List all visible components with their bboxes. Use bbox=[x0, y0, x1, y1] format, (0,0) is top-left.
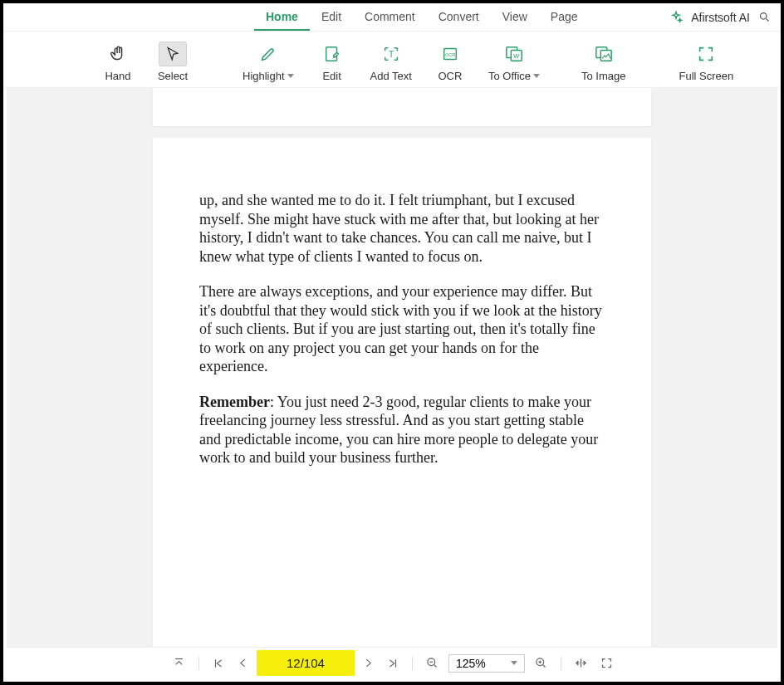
svg-text:W: W bbox=[513, 52, 519, 60]
svg-line-18 bbox=[542, 664, 545, 667]
hand-icon bbox=[104, 42, 132, 66]
page-nav bbox=[173, 657, 248, 670]
add-text-icon: T bbox=[377, 42, 405, 66]
fit-width-icon[interactable] bbox=[575, 657, 587, 669]
document-viewport[interactable]: up, and she wanted me to do it. I felt t… bbox=[7, 88, 777, 647]
highlight-tool[interactable]: Highlight bbox=[236, 38, 301, 86]
svg-line-1 bbox=[766, 18, 768, 21]
full-screen-label: Full Screen bbox=[679, 70, 734, 82]
svg-text:T: T bbox=[389, 50, 394, 59]
zoom-out-icon[interactable] bbox=[426, 657, 439, 669]
to-image-icon bbox=[590, 42, 618, 66]
zoom-value: 125% bbox=[456, 657, 486, 670]
first-page-icon[interactable] bbox=[213, 658, 224, 669]
select-label: Select bbox=[158, 70, 188, 82]
menu-bar: Home Edit Comment Convert View Page Afir… bbox=[3, 3, 781, 32]
to-office-icon: W bbox=[500, 42, 528, 66]
scroll-top-icon[interactable] bbox=[173, 657, 185, 669]
chevron-down-icon bbox=[511, 661, 517, 665]
svg-rect-10 bbox=[600, 50, 611, 61]
view-controls bbox=[535, 657, 613, 670]
tab-edit[interactable]: Edit bbox=[310, 4, 353, 31]
ai-sparkle-icon bbox=[669, 11, 683, 24]
hand-label: Hand bbox=[105, 70, 130, 82]
tab-view[interactable]: View bbox=[491, 4, 539, 31]
menu-tabs: Home Edit Comment Convert View Page bbox=[254, 4, 590, 31]
svg-text:OCR: OCR bbox=[445, 52, 455, 57]
add-text-label: Add Text bbox=[370, 70, 412, 82]
paragraph: up, and she wanted me to do it. I felt t… bbox=[199, 191, 605, 266]
previous-page-tail bbox=[153, 88, 651, 126]
svg-point-0 bbox=[761, 13, 767, 20]
edit-tool[interactable]: Edit bbox=[309, 38, 355, 86]
ai-label[interactable]: Afirstsoft AI bbox=[691, 11, 750, 24]
paragraph: Remember: You just need 2-3 good, regula… bbox=[199, 393, 605, 467]
add-text-tool[interactable]: T Add Text bbox=[364, 38, 419, 86]
chevron-down-icon bbox=[287, 74, 294, 78]
full-screen-tool[interactable]: Full Screen bbox=[673, 38, 741, 86]
to-office-tool[interactable]: W To Office bbox=[482, 38, 546, 86]
to-image-tool[interactable]: To Image bbox=[575, 38, 632, 86]
toolbar: Hand Select Highlight Edit bbox=[3, 32, 781, 88]
zoom-in-icon[interactable] bbox=[535, 657, 547, 669]
document-page: up, and she wanted me to do it. I felt t… bbox=[153, 138, 651, 647]
tab-home[interactable]: Home bbox=[254, 4, 310, 31]
paragraph: There are always exceptions, and your ex… bbox=[199, 282, 605, 376]
highlighter-icon bbox=[254, 42, 282, 66]
cursor-icon bbox=[159, 42, 187, 66]
page-nav-right bbox=[363, 657, 439, 670]
tab-convert[interactable]: Convert bbox=[427, 4, 491, 31]
remember-bold: Remember bbox=[199, 394, 270, 410]
ocr-icon: OCR bbox=[436, 42, 464, 66]
fullscreen-icon bbox=[692, 42, 720, 66]
fit-page-icon[interactable] bbox=[600, 657, 613, 669]
chevron-down-icon bbox=[533, 74, 540, 78]
svg-line-15 bbox=[434, 664, 436, 667]
last-page-icon[interactable] bbox=[387, 658, 399, 669]
document-body: up, and she wanted me to do it. I felt t… bbox=[199, 191, 605, 467]
tab-page[interactable]: Page bbox=[539, 4, 590, 31]
hand-tool[interactable]: Hand bbox=[95, 38, 141, 86]
page-indicator[interactable]: 12/104 bbox=[258, 652, 353, 674]
ocr-label: OCR bbox=[439, 70, 463, 82]
edit-page-icon bbox=[318, 42, 346, 66]
tab-comment[interactable]: Comment bbox=[353, 4, 427, 31]
to-office-label: To Office bbox=[488, 70, 531, 82]
ocr-tool[interactable]: OCR OCR bbox=[427, 38, 473, 86]
status-bar: 12/104 125% bbox=[7, 647, 777, 678]
select-tool[interactable]: Select bbox=[149, 38, 196, 86]
highlight-label: Highlight bbox=[243, 70, 285, 82]
edit-label: Edit bbox=[322, 70, 341, 82]
next-page-icon[interactable] bbox=[363, 658, 374, 668]
to-image-label: To Image bbox=[581, 70, 625, 82]
search-icon[interactable] bbox=[758, 11, 771, 23]
zoom-select[interactable]: 125% bbox=[448, 654, 525, 673]
prev-page-icon[interactable] bbox=[238, 658, 248, 668]
